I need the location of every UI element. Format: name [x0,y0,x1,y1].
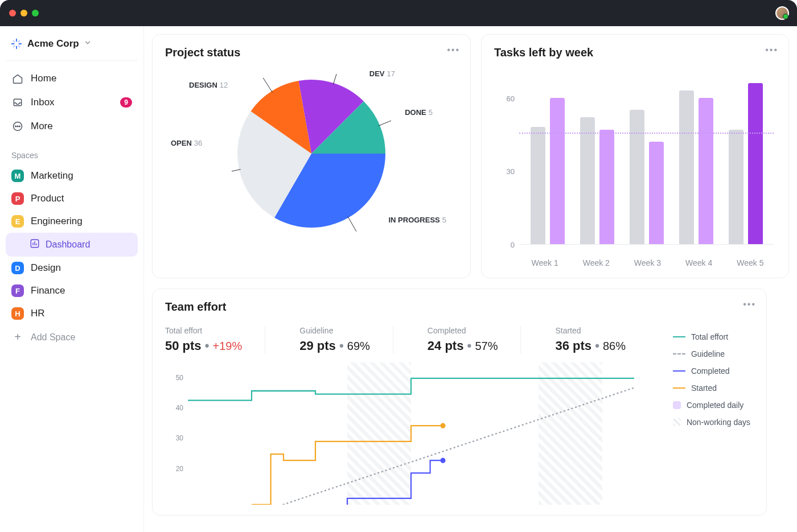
team-effort-line-chart: 20304050 [165,357,754,505]
bar-x-label: Week 4 [685,258,712,267]
bar-group [630,110,664,244]
pie-label-design: DESIGN12 [189,81,228,89]
bar [699,98,713,244]
bar [748,83,763,244]
bar [679,90,694,244]
user-avatar[interactable] [775,6,789,20]
nav-inbox-label: Inbox [31,97,55,108]
space-badge: D [11,262,24,274]
inbox-icon [11,96,24,109]
tasks-left-bar-chart: 03060 [494,59,776,253]
home-icon [11,72,24,85]
svg-line-7 [18,46,19,47]
card-more-button[interactable]: ••• [447,45,460,55]
space-badge: P [11,192,24,205]
nav-inbox[interactable]: Inbox 9 [6,90,138,114]
sidebar: Acme Corp Home Inbox 9 More Spaces MMa [0,26,144,532]
space-subitem-dashboard[interactable]: Dashboard [6,233,138,257]
space-label: Product [31,193,64,204]
bar-group [580,117,614,244]
workspace-name: Acme Corp [27,38,79,50]
spaces-section-label: Spaces [6,138,138,164]
svg-line-6 [14,46,15,47]
space-item-design[interactable]: DDesign [6,257,138,279]
chevron-down-icon [84,39,92,49]
card-more-button[interactable]: ••• [743,299,756,310]
team-effort-legend: Total effort Guideline Completed Started… [673,332,750,435]
svg-line-17 [263,78,272,93]
svg-line-14 [379,119,391,126]
space-label: Finance [31,285,65,296]
bar-x-label: Week 1 [531,258,558,267]
svg-point-19 [441,458,446,463]
svg-line-16 [232,170,241,174]
stat-started: Started 36 pts • 86% [555,326,648,353]
bar [550,98,565,244]
pie-label-open: OPEN36 [171,139,202,147]
space-label: Design [31,262,61,274]
bar-x-label: Week 2 [583,258,610,267]
bar [630,110,644,244]
space-item-finance[interactable]: FFinance [6,279,138,302]
space-item-marketing[interactable]: MMarketing [6,164,138,187]
inbox-unread-badge: 9 [120,97,132,108]
workspace-logo-icon [10,38,23,50]
stat-completed: Completed 24 pts • 57% [428,326,521,353]
nav-home-label: Home [31,73,56,84]
svg-point-18 [441,423,446,428]
add-space-button[interactable]: + Add Space [6,325,138,349]
bar-group [679,90,713,244]
more-icon [11,120,24,133]
bar-x-label: Week 3 [634,258,661,267]
window-controls [9,10,39,17]
bar [531,127,545,244]
workspace-switcher[interactable]: Acme Corp [6,32,138,61]
bar-group [729,83,763,244]
plus-icon: + [11,331,24,344]
card-tasks-left: Tasks left by week ••• 03060 Week 1Week … [481,34,789,278]
space-badge: M [11,170,24,182]
card-team-effort: Team effort ••• Total effort 50 pts • +1… [152,288,767,515]
svg-point-11 [19,126,20,127]
dashboard-icon [30,238,40,251]
add-space-label: Add Space [31,332,75,343]
card-more-button[interactable]: ••• [765,45,778,55]
svg-point-10 [17,126,18,127]
card-title: Team effort [165,300,754,314]
nav-home[interactable]: Home [6,67,138,90]
space-badge: H [11,307,24,320]
pie-label-inprogress: IN PROGRESS5 [388,216,446,224]
fullscreen-window-button[interactable] [32,10,39,17]
main-content: Project status ••• DESIGN12 OPEN36 DEV17… [144,26,797,532]
svg-line-4 [14,41,15,42]
bar [649,142,664,244]
bar-group [531,98,565,244]
dashboard-label: Dashboard [46,240,90,250]
space-label: Engineering [31,216,83,227]
svg-line-13 [333,74,338,84]
pie-label-dev: DEV17 [369,69,395,78]
close-window-button[interactable] [9,10,16,17]
nav-more-label: More [31,121,53,132]
svg-line-5 [18,41,19,42]
svg-line-15 [348,216,356,232]
card-title: Project status [165,46,458,59]
space-badge: E [11,215,24,228]
stat-guideline: Guideline 29 pts • 69% [299,326,393,353]
space-item-product[interactable]: PProduct [6,187,138,210]
bar [729,130,743,244]
window-titlebar [0,0,797,26]
stat-total-effort: Total effort 50 pts • +19% [165,326,265,353]
svg-point-9 [15,126,17,127]
minimize-window-button[interactable] [20,10,27,17]
nav-more[interactable]: More [6,114,138,138]
card-title: Tasks left by week [494,46,776,59]
project-status-pie [232,74,391,233]
space-label: HR [31,308,45,319]
space-item-engineering[interactable]: EEngineering [6,210,138,233]
bar [599,130,614,244]
bar [580,117,595,244]
pie-label-done: DONE5 [405,108,433,117]
space-badge: F [11,284,24,297]
space-item-hr[interactable]: HHR [6,302,138,325]
